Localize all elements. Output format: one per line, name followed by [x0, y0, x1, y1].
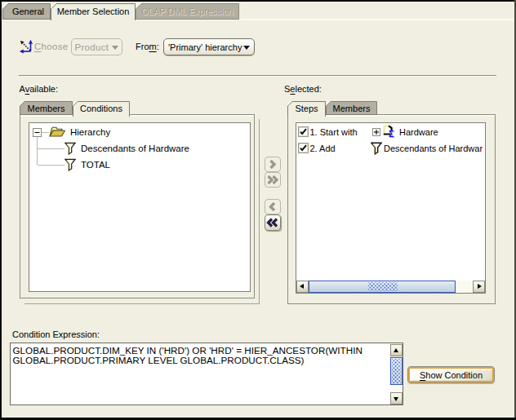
tab-olap-dml-expression-label: OLAP DML Expression: [136, 7, 239, 16]
hscroll-thumb-texture: [368, 282, 398, 291]
tree-item-descendants[interactable]: Descendants of Hardware: [81, 144, 189, 153]
available-group-highlight: [20, 115, 254, 117]
tree-connector: [38, 165, 64, 166]
tree-connector: [38, 148, 64, 149]
vscroll-down-button[interactable]: [390, 392, 403, 405]
move-all-left-button[interactable]: [265, 214, 281, 231]
choose-dimension-icon: [19, 39, 35, 55]
condition-expression-text: GLOBAL.PRODUCT.DIM_KEY IN ('HRD') OR 'HR…: [13, 346, 363, 365]
right-arrow-icon: [478, 284, 482, 289]
move-all-right-button[interactable]: [265, 172, 281, 188]
selected-label: Selected:: [284, 84, 322, 94]
show-condition-label: Show Condition: [420, 370, 483, 380]
tree-connector: [37, 137, 38, 165]
tab-members-selected[interactable]: Members: [326, 101, 377, 115]
member-selection-dialog: General Member Selection OLAP DML Expres…: [0, 0, 516, 420]
down-arrow-icon: [394, 397, 398, 401]
choose-label: Choose: [34, 42, 68, 51]
tab-general-label: General: [2, 7, 51, 16]
tab-steps-label: Steps: [287, 104, 326, 113]
move-right-button[interactable]: [265, 157, 281, 172]
up-arrow-icon: [394, 348, 398, 352]
available-label: Available:: [20, 84, 59, 94]
show-condition-button[interactable]: Show Condition: [407, 366, 495, 383]
step-2-checkbox[interactable]: [298, 143, 309, 155]
step-1-checkbox[interactable]: [298, 126, 309, 139]
separator-highlight: [19, 76, 496, 77]
tree-item-hierarchy[interactable]: Hierarchy: [70, 127, 110, 137]
dimension-combobox-arrow-icon: [112, 46, 118, 50]
dimension-combobox[interactable]: Product: [71, 38, 122, 55]
tab-olap-dml-expression: OLAP DML Expression: [136, 3, 239, 20]
move-left-button[interactable]: [265, 199, 281, 214]
hierarchy-combobox[interactable]: 'Primary' hierarchy: [163, 38, 255, 55]
hscroll-right-button[interactable]: [473, 281, 485, 293]
tab-steps[interactable]: Steps: [287, 101, 326, 117]
step-1-label: 1. Start with: [310, 127, 358, 137]
from-label: From:: [136, 42, 159, 51]
folder-icon: [49, 125, 66, 140]
tab-member-selection-label: Member Selection: [51, 7, 136, 16]
steps-list-clip: 1. Start with Σ Σ Hardware: [296, 123, 483, 281]
hscroll-thumb[interactable]: [309, 281, 456, 293]
tree-connector: [42, 132, 49, 133]
tree-collapse-toggle[interactable]: [33, 128, 42, 139]
tab-general[interactable]: General: [2, 3, 51, 20]
hscroll-left-button[interactable]: [296, 281, 309, 293]
filter-icon: [64, 158, 76, 174]
tab-member-selection[interactable]: Member Selection: [51, 3, 136, 20]
hierarchy-combobox-value: 'Primary' hierarchy: [168, 39, 242, 55]
tree-item-total[interactable]: TOTAL: [81, 160, 110, 170]
filter-icon: [371, 142, 382, 157]
available-group-shadow-bottom: [24, 303, 260, 304]
step-1-member: Hardware: [399, 127, 438, 137]
dimension-combobox-value: Product: [75, 39, 109, 55]
tab-conditions-label: Conditions: [73, 104, 130, 113]
filter-icon: [64, 142, 76, 157]
step-2-label: 2. Add: [310, 144, 336, 153]
left-arrow-icon: [300, 284, 304, 289]
condition-expression-label: Condition Expression:: [12, 329, 100, 339]
tab-members-available-label: Members: [20, 104, 73, 113]
step-2-member: Descendants of Hardware: [384, 144, 483, 153]
tab-members-selected-label: Members: [326, 104, 377, 113]
tab-members-available[interactable]: Members: [20, 101, 73, 115]
hierarchy-combobox-arrow-icon: [243, 46, 250, 50]
svg-text:Σ: Σ: [389, 129, 394, 139]
sum-member-icon: Σ Σ: [383, 125, 398, 141]
available-group-shadow-right: [259, 119, 260, 304]
dialog-border-top: [0, 0, 516, 2]
vscroll-thumb[interactable]: [390, 357, 403, 385]
condition-expression-textarea[interactable]: GLOBAL.PRODUCT.DIM_KEY IN ('HRD') OR 'HR…: [10, 343, 403, 405]
step-1-expand-toggle[interactable]: [372, 128, 380, 138]
vscroll-thumb-texture: [392, 359, 401, 383]
tab-conditions[interactable]: Conditions: [73, 101, 130, 117]
dialog-border-left: [0, 0, 2, 420]
vscroll-up-button[interactable]: [390, 344, 403, 356]
